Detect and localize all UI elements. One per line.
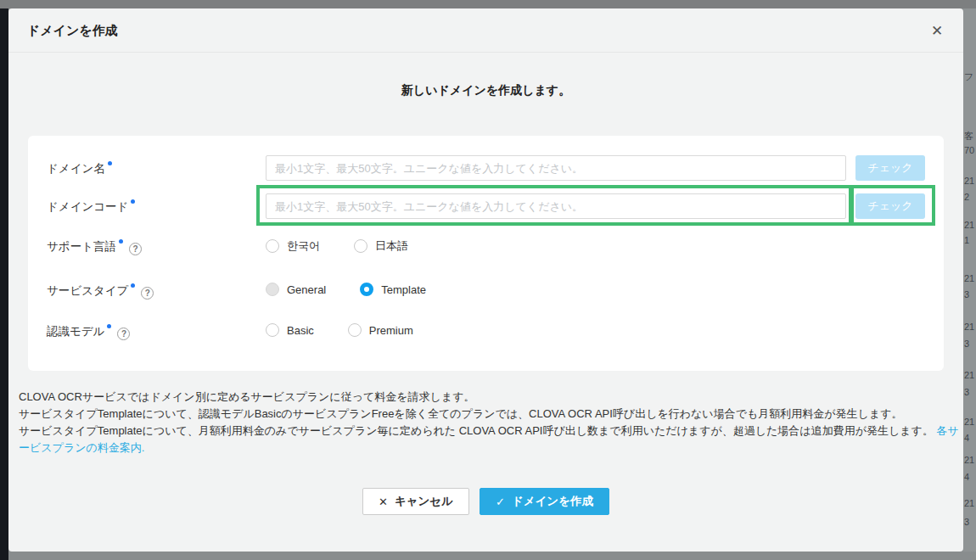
background-text-fragment: 21 <box>964 417 974 427</box>
modal-title: ドメインを作成 <box>27 8 118 53</box>
background-text-fragment: フ <box>964 72 973 81</box>
recognition-model-label: 認識モデル? <box>47 324 130 340</box>
pricing-notice-line3: サービスタイプTemplateについて、月額利用料金のみでサービスプラン毎に定め… <box>19 423 959 456</box>
background-text-fragment: 21 <box>964 322 974 332</box>
service-type-label: サービスタイプ? <box>47 283 154 300</box>
create-domain-modal: ドメインを作成 ✕ 新しいドメインを作成します。 ドメイン名 チェック ドメイン… <box>8 8 963 552</box>
domain-name-input[interactable] <box>266 155 846 181</box>
domain-code-label: ドメインコード <box>47 199 135 215</box>
domain-code-check-button[interactable]: チェック <box>855 193 925 219</box>
close-button[interactable]: ✕ <box>926 20 948 42</box>
radio-option-basic[interactable]: Basic <box>266 323 314 337</box>
backdrop-top-strip <box>0 0 976 8</box>
backdrop-left-strip <box>0 8 8 560</box>
help-icon[interactable]: ? <box>117 328 130 340</box>
modal-intro-text: 新しいドメインを作成します。 <box>8 83 963 98</box>
radio-unchecked-icon <box>348 323 362 337</box>
background-text-fragment: 2 <box>964 193 969 202</box>
radio-unchecked-icon <box>266 239 279 253</box>
pricing-notice: CLOVA OCRサービスではドメイン別に定めるサービスプランに従って料金を請求… <box>19 389 959 456</box>
help-icon[interactable]: ? <box>141 287 154 300</box>
background-text-fragment: 3 <box>964 339 969 349</box>
backdrop-bottom-strip <box>8 552 976 560</box>
x-icon: ✕ <box>379 496 388 508</box>
backdrop-right-strip: フ客70212211213213213214214213 <box>963 8 976 552</box>
support-language-label: サポート言語? <box>47 239 142 255</box>
form-row-recognition-model: 認識モデル? Basic Premium <box>47 323 925 339</box>
modal-header: ドメインを作成 ✕ <box>8 8 963 53</box>
background-text-fragment: 客 <box>964 132 973 141</box>
radio-option-japanese[interactable]: 日本語 <box>354 238 408 254</box>
background-text-fragment: 4 <box>964 434 969 443</box>
service-type-radio-group: General Template <box>266 283 460 296</box>
radio-option-korean[interactable]: 한국어 <box>266 238 320 254</box>
check-icon: ✓ <box>496 496 505 508</box>
background-text-fragment: 3 <box>964 518 969 527</box>
background-text-fragment: 21 <box>964 371 974 380</box>
radio-disabled-icon <box>266 283 279 296</box>
form-row-domain-code: ドメインコード チェック <box>47 193 925 219</box>
radio-option-general: General <box>266 283 326 296</box>
background-text-fragment: 3 <box>964 290 969 300</box>
form-row-service-type: サービスタイプ? General Template <box>47 283 925 298</box>
radio-option-template[interactable]: Template <box>360 283 426 296</box>
radio-unchecked-icon <box>266 323 279 337</box>
background-text-fragment: 21 <box>964 221 974 230</box>
domain-code-input[interactable] <box>266 193 846 219</box>
radio-option-premium[interactable]: Premium <box>348 323 413 337</box>
required-dot-icon <box>131 283 135 288</box>
close-icon: ✕ <box>931 23 943 39</box>
domain-name-label: ドメイン名 <box>47 161 112 176</box>
background-text-fragment: 21 <box>964 499 974 508</box>
background-text-fragment: 1 <box>964 236 969 245</box>
pricing-notice-line1: CLOVA OCRサービスではドメイン別に定めるサービスプランに従って料金を請求… <box>19 389 959 406</box>
required-dot-icon <box>108 161 112 165</box>
required-dot-icon <box>131 199 135 204</box>
background-text-fragment: 21 <box>964 456 974 465</box>
required-dot-icon <box>119 239 123 244</box>
radio-unchecked-icon <box>354 239 367 253</box>
form-row-support-language: サポート言語? 한국어 日本語 <box>47 238 925 254</box>
background-text-fragment: 70 <box>964 146 974 155</box>
help-icon[interactable]: ? <box>129 243 142 255</box>
form-card: ドメイン名 チェック ドメインコード チェック サポート言語? 한국어 <box>28 136 944 371</box>
required-dot-icon <box>107 324 111 328</box>
background-text-fragment: 4 <box>964 473 969 482</box>
form-row-domain-name: ドメイン名 チェック <box>47 155 925 181</box>
background-text-fragment: 3 <box>964 388 969 397</box>
domain-name-check-button[interactable]: チェック <box>855 155 925 181</box>
create-domain-button[interactable]: ✓ ドメインを作成 <box>480 488 609 515</box>
cancel-button[interactable]: ✕ キャンセル <box>362 488 469 515</box>
background-text-fragment: 21 <box>964 176 974 186</box>
support-language-radio-group: 한국어 日本語 <box>266 238 442 254</box>
radio-checked-icon <box>360 283 373 296</box>
pricing-notice-line2: サービスタイプTemplateについて、認識モデルBasicのサービスプランFr… <box>19 406 959 423</box>
recognition-model-radio-group: Basic Premium <box>266 323 447 337</box>
background-text-fragment: 21 <box>964 274 974 283</box>
modal-actions: ✕ キャンセル ✓ ドメインを作成 <box>8 488 963 515</box>
